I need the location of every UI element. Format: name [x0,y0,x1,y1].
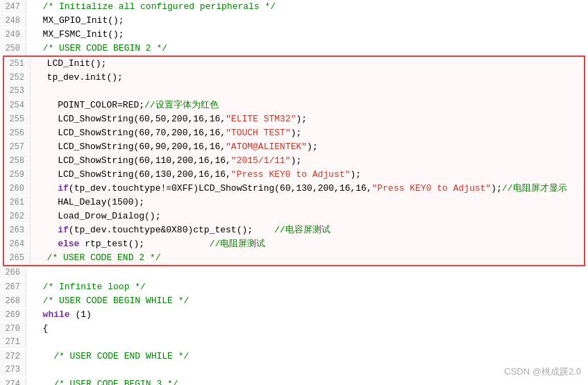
table-row: 247 /* Initialize all configured periphe… [0,0,588,14]
line-number: 270 [0,323,26,335]
table-row: 274 /* USER CODE BEGIN 3 */ [0,377,588,385]
table-row: 261 HAL_Delay(1500); [4,196,584,209]
line-number: 255 [4,113,31,126]
line-number: 274 [0,378,26,385]
line-number: 272 [0,350,26,363]
table-row: 250 /* USER CODE BEGIN 2 */ [0,42,588,55]
line-number: 263 [4,224,31,237]
code-line-content: while (1) [32,308,588,322]
code-line-content: MX_GPIO_Init(); [32,14,588,28]
table-row: 253 [4,85,584,99]
code-line-content: LCD_ShowString(60,110,200,16,16,"2015/1/… [36,154,584,168]
table-row: 269 while (1) [0,308,588,322]
line-number: 253 [4,85,31,97]
table-row: 252 tp_dev.init(); [4,71,584,85]
code-line-content: LCD_ShowString(60,70,200,16,16,"TOUCH TE… [36,126,584,140]
line-number: 260 [4,182,31,195]
code-line-content: /* Initialize all configured peripherals… [32,0,588,14]
line-number: 258 [4,155,31,167]
table-row: 272 /* USER CODE END WHILE */ [0,350,588,363]
table-row: 255 LCD_ShowString(60,50,200,16,16,"ELIT… [4,112,584,126]
table-row: 263 if(tp_dev.touchtype&0X80)ctp_test();… [4,223,584,237]
code-line-content: LCD_ShowString(60,50,200,16,16,"ELITE ST… [36,112,584,126]
table-row: 257 LCD_ShowString(60,90,200,16,16,"ATOM… [4,140,584,154]
code-line-content: else rtp_test(); //电阻屏测试 [36,237,584,251]
line-number: 254 [4,99,31,112]
code-line-content: /* USER CODE BEGIN 3 */ [32,377,588,385]
table-row: 254 POINT_COLOR=RED;//设置字体为红色 [4,99,584,112]
line-number: 249 [0,28,26,41]
line-number: 251 [4,58,31,70]
table-row: 249 MX_FSMC_Init(); [0,28,588,42]
line-number: 267 [0,281,26,293]
code-line-content: /* USER CODE BEGIN WHILE */ [32,294,588,308]
table-row: 267 /* Infinite loop */ [0,280,588,294]
code-line-content: if(tp_dev.touchtype!=0XFF)LCD_ShowString… [36,182,584,196]
table-row: 262 Load_Drow_Dialog(); [4,209,584,223]
code-line-content: MX_FSMC_Init(); [32,28,588,42]
code-line-content: LCD_ShowString(60,90,200,16,16,"ATOM@ALI… [36,140,584,154]
line-number: 268 [0,295,26,307]
code-line-content: HAL_Delay(1500); [36,196,584,209]
table-row: 270 { [0,322,588,336]
line-number: 252 [4,71,31,84]
table-row: 251 LCD_Init(); [4,57,584,71]
line-number: 261 [4,196,31,209]
code-line-content: Load_Drow_Dialog(); [36,209,584,223]
code-editor: 247 /* Initialize all configured periphe… [0,0,588,385]
code-line-content: { [32,322,588,336]
table-row: 271 [0,336,588,350]
line-number: 256 [4,127,31,139]
table-row: 256 LCD_ShowString(60,70,200,16,16,"TOUC… [4,126,584,140]
line-number: 250 [0,42,26,55]
table-row: 264 else rtp_test(); //电阻屏测试 [4,237,584,251]
table-row: 265 /* USER CODE END 2 */ [4,251,584,265]
line-number: 265 [4,252,31,264]
code-line-content: /* USER CODE BEGIN 2 */ [32,42,588,55]
table-row: 260 if(tp_dev.touchtype!=0XFF)LCD_ShowSt… [4,182,584,196]
watermark-label: CSDN @桃成蹊2.0 [504,365,581,379]
line-number: 273 [0,363,26,376]
line-number: 247 [0,1,26,13]
line-number: 269 [0,309,26,321]
code-line-content: tp_dev.init(); [36,71,584,85]
table-row: 273 [0,363,588,377]
code-line-content: POINT_COLOR=RED;//设置字体为红色 [36,99,584,112]
code-line-content: /* USER CODE END 2 */ [36,251,584,265]
line-number: 266 [0,266,26,279]
line-number: 271 [0,336,26,348]
code-line-content: LCD_Init(); [36,57,584,71]
code-line-content: LCD_ShowString(60,130,200,16,16,"Press K… [36,168,584,182]
table-row: 266 [0,266,588,280]
line-number: 262 [4,210,31,223]
line-number: 257 [4,141,31,153]
table-row: 248 MX_GPIO_Init(); [0,14,588,28]
line-number: 259 [4,169,31,181]
code-line-content: /* USER CODE END WHILE */ [32,350,588,363]
code-line-content: if(tp_dev.touchtype&0X80)ctp_test(); //电… [36,223,584,237]
line-number: 248 [0,15,26,27]
table-row: 268 /* USER CODE BEGIN WHILE */ [0,294,588,308]
table-row: 259 LCD_ShowString(60,130,200,16,16,"Pre… [4,168,584,182]
table-row: 258 LCD_ShowString(60,110,200,16,16,"201… [4,154,584,168]
code-line-content: /* Infinite loop */ [32,280,588,294]
line-number: 264 [4,238,31,250]
